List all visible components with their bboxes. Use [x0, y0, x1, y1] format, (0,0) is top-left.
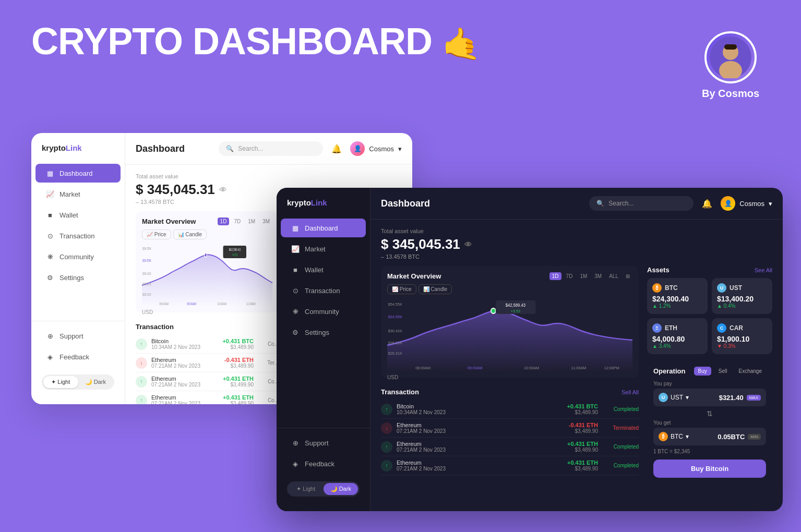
btc-name-dark: BTC	[665, 284, 678, 292]
get-coin-select[interactable]: ₿ BTC ▾	[659, 432, 689, 441]
tx-status-1-dark: Completed	[602, 406, 639, 412]
nav-market-light[interactable]: 📈 Market	[35, 185, 121, 203]
logo-light: kryptoLink	[31, 143, 125, 163]
nav-community-dark[interactable]: ❋ Community	[281, 302, 366, 321]
ust-change-dark: ▲ 0.4%	[717, 303, 767, 309]
search-box-light[interactable]: 🔍 Search...	[219, 141, 323, 156]
svg-text:08:00AM: 08:00AM	[415, 366, 431, 370]
see-all-dark[interactable]: See All	[755, 267, 772, 273]
nav-wallet-label-dark: Wallet	[305, 266, 324, 274]
tx-time-1-light: 10:34AM 2 Nov 2023	[151, 344, 200, 350]
nav-dashboard-label-light: Dashboard	[59, 170, 93, 177]
tab-7d-light[interactable]: 7D	[231, 217, 243, 225]
op-sell-tab[interactable]: Sell	[714, 367, 732, 376]
ust-icon-dark: U	[717, 283, 726, 293]
tx-amount-1-dark: +0.431 BTC $3,489.90	[567, 403, 598, 415]
content-left-dark: Market Overview 1D 7D 1M 3M ALL ⊞	[381, 266, 639, 504]
pay-value: $321.40	[719, 394, 744, 402]
search-box-dark[interactable]: 🔍 Search...	[589, 196, 694, 211]
op-exchange-tab[interactable]: Exchange	[735, 367, 766, 376]
light-theme-btn[interactable]: ✦ Light	[43, 376, 78, 388]
user-badge-light[interactable]: 👤 Cosmos ▾	[350, 141, 402, 156]
content-area-dark: Total asset value $ 345,045.31 👁 – 13.45…	[370, 220, 783, 511]
tx-status-2-dark: Terminated	[602, 425, 639, 431]
asset-change-dark: – 13.4578 BTC	[381, 253, 772, 260]
you-get-row[interactable]: ₿ BTC ▾ 0.05BTC MIN	[653, 428, 766, 445]
nav-dashboard-light[interactable]: ▦ Dashboard	[35, 164, 121, 183]
asset-cards-dark: ₿ BTC $24,300.40 ▲ 1.2% U UST	[647, 278, 772, 354]
user-badge-dark[interactable]: 👤 Cosmos ▾	[721, 196, 772, 211]
svg-text:11:00AM: 11:00AM	[246, 301, 256, 306]
candle-tab-light[interactable]: 📊 Candle	[173, 229, 207, 239]
tx-icon-2-dark: ↓	[381, 422, 392, 434]
nav-feedback-light[interactable]: ◈ Feedback	[35, 347, 121, 366]
nav-community-light[interactable]: ❋ Community	[35, 247, 121, 266]
dark-theme-btn-dark[interactable]: 🌙 Dark	[324, 483, 358, 495]
tx-name-2-dark: Ethereum	[397, 422, 565, 428]
tab-1d-dark[interactable]: 1D	[549, 272, 561, 280]
tx-amount-3-light: +0.431 ETH $3,499.90	[223, 376, 254, 388]
car-name-dark: CAR	[730, 324, 743, 332]
tab-3m-dark[interactable]: 3M	[592, 272, 604, 280]
nav-market-dark[interactable]: 📈 Market	[281, 239, 366, 258]
swap-icon[interactable]: ⇅	[653, 409, 766, 418]
dark-theme-btn-light[interactable]: 🌙 Dark	[78, 376, 113, 388]
tab-1d-light[interactable]: 1D	[218, 217, 230, 225]
buy-bitcoin-button[interactable]: Buy Bitcoin	[653, 460, 766, 478]
op-buy-tab[interactable]: Buy	[694, 367, 711, 376]
pay-coin-select[interactable]: U UST ▾	[659, 393, 689, 402]
tab-1m-dark[interactable]: 1M	[577, 272, 590, 280]
sell-all-dark[interactable]: Sell All	[621, 389, 639, 395]
tx-time-3-light: 07:21AM 2 Nov 2023	[151, 382, 200, 388]
tab-7d-dark[interactable]: 7D	[564, 272, 576, 280]
eth-card-dark: Ξ ETH $4,000.80 ▲ 3.4%	[647, 318, 708, 354]
chart-light: $54.55K $34.55K $30.42K $28.21K $26.31K …	[142, 244, 272, 306]
nav-support-light[interactable]: ⊕ Support	[35, 327, 121, 345]
tx-row-1-dark: ↑ Bitcoin 10:34AM 2 Nov 2023 +0.431 BTC …	[381, 400, 639, 419]
nav-transaction-dark[interactable]: ⊙ Transaction	[281, 281, 366, 300]
user-chevron-light: ▾	[398, 145, 402, 153]
btc-icon-dark: ₿	[652, 283, 662, 293]
price-tab-dark[interactable]: 📈 Price	[387, 284, 416, 294]
svg-text:08:00AM: 08:00AM	[159, 301, 169, 306]
tx-icon-2-light: ↓	[136, 357, 147, 369]
bell-icon-light[interactable]: 🔔	[331, 144, 342, 154]
you-pay-row[interactable]: U UST ▾ $321.40 MAX	[653, 389, 766, 406]
main-content-dark: Dashboard 🔍 Search... 🔔 👤 Cosmos ▾ Total…	[370, 188, 783, 511]
nav-feedback-dark[interactable]: ◈ Feedback	[281, 454, 366, 473]
tx-status-4-dark: Completed	[602, 463, 639, 468]
bell-icon-dark[interactable]: 🔔	[702, 199, 712, 209]
svg-text:$26.31K: $26.31K	[388, 351, 402, 356]
nav-settings-dark[interactable]: ⚙ Settings	[281, 323, 366, 342]
nav-dashboard-label-dark: Dashboard	[305, 224, 338, 232]
feedback-icon-dark: ◈	[291, 460, 300, 468]
svg-text:$34.55K: $34.55K	[142, 258, 151, 263]
nav-transaction-light[interactable]: ⊙ Transaction	[35, 226, 121, 245]
nav-wallet-dark[interactable]: ■ Wallet	[281, 260, 366, 279]
tx-icon-4-dark: ↑	[381, 460, 392, 471]
max-badge[interactable]: MAX	[747, 395, 761, 401]
author-name: By Cosmos	[702, 88, 759, 100]
nav-support-dark[interactable]: ⊕ Support	[281, 433, 366, 452]
nav-community-label-dark: Community	[305, 308, 339, 316]
candle-tab-dark[interactable]: 📊 Candle	[419, 284, 452, 294]
tab-3m-light[interactable]: 3M	[260, 217, 272, 225]
light-theme-btn-dark[interactable]: ✦ Light	[289, 483, 324, 495]
logo-dark: kryptoLink	[277, 198, 370, 217]
op-title: Operation	[653, 367, 685, 375]
nav-wallet-light[interactable]: ■ Wallet	[35, 205, 121, 224]
nav-feedback-label-dark: Feedback	[305, 460, 334, 468]
tx-name-4-light: Ethereum	[151, 394, 200, 401]
tab-grid-dark[interactable]: ⊞	[623, 272, 632, 280]
tab-1m-light[interactable]: 1M	[245, 217, 258, 225]
eth-icon-dark: Ξ	[652, 323, 662, 333]
nav-settings-light[interactable]: ⚙ Settings	[35, 268, 121, 287]
svg-text:09:00AM: 09:00AM	[468, 366, 483, 370]
time-tabs-dark: 1D 7D 1M 3M ALL ⊞	[549, 272, 632, 280]
nav-dashboard-dark[interactable]: ▦ Dashboard	[281, 219, 366, 237]
tab-all-dark[interactable]: ALL	[606, 272, 621, 280]
price-tab-light[interactable]: 📈 Price	[142, 229, 171, 239]
asset-label-dark: Total asset value	[381, 228, 772, 234]
tx-status-4-light: Co...	[258, 397, 279, 403]
tx-icon-3-light: ↑	[136, 376, 147, 388]
